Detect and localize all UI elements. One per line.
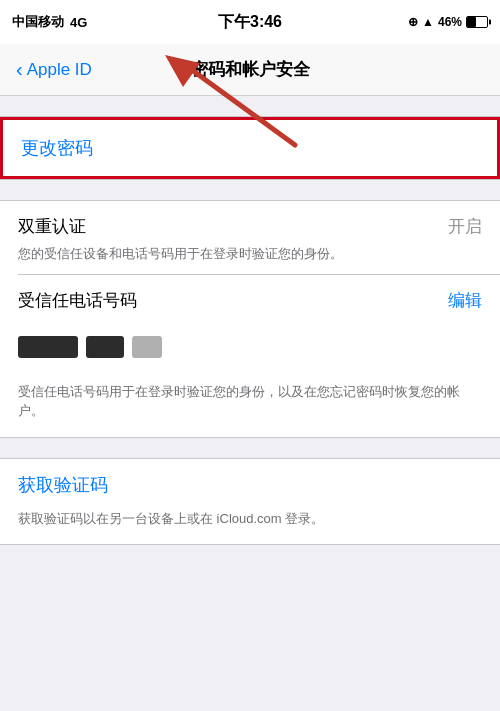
two-factor-description: 您的受信任设备和电话号码用于在登录时验证您的身份。 [0, 244, 500, 274]
verification-code-section: 获取验证码 获取验证码以在另一台设备上或在 iCloud.com 登录。 [0, 458, 500, 546]
trusted-phone-edit-button[interactable]: 编辑 [448, 289, 482, 312]
status-time: 下午3:46 [218, 12, 282, 33]
location-icon: ⊕ [408, 15, 418, 29]
main-content: 更改密码 双重认证 开启 您的受信任设备和电话号码用于在登录时验证您的身份。 受… [0, 96, 500, 545]
back-label: Apple ID [27, 60, 92, 80]
alarm-icon: ▲ [422, 15, 434, 29]
two-factor-title: 双重认证 [18, 215, 86, 238]
status-left: 中国移动 4G [12, 13, 87, 31]
svg-line-0 [185, 65, 295, 145]
status-bar: 中国移动 4G 下午3:46 ⊕ ▲ 46% [0, 0, 500, 44]
change-password-label: 更改密码 [21, 138, 93, 158]
phone-number-display [0, 326, 500, 372]
carrier-label: 中国移动 [12, 13, 64, 31]
status-right: ⊕ ▲ 46% [408, 15, 488, 29]
phone-blur-2 [86, 336, 124, 358]
trusted-phone-row[interactable]: 受信任电话号码 编辑 [0, 275, 500, 326]
verification-code-description: 获取验证码以在另一台设备上或在 iCloud.com 登录。 [0, 503, 500, 545]
two-factor-status: 开启 [448, 215, 482, 238]
arrow-indicator [155, 45, 315, 155]
trusted-phone-description: 受信任电话号码用于在登录时验证您的身份，以及在您忘记密码时恢复您的帐户。 [0, 372, 500, 437]
two-factor-header-row: 双重认证 开启 [0, 201, 500, 244]
back-button[interactable]: ‹ Apple ID [16, 60, 92, 80]
trusted-phone-label: 受信任电话号码 [18, 289, 137, 312]
phone-blur-1 [18, 336, 78, 358]
phone-blur-3 [132, 336, 162, 358]
network-label: 4G [70, 15, 87, 30]
battery-icon [466, 16, 488, 28]
chevron-left-icon: ‹ [16, 59, 23, 79]
get-verification-code-button[interactable]: 获取验证码 [0, 459, 500, 503]
two-factor-section: 双重认证 开启 您的受信任设备和电话号码用于在登录时验证您的身份。 受信任电话号… [0, 200, 500, 438]
section-gap [0, 438, 500, 458]
battery-label: 46% [438, 15, 462, 29]
